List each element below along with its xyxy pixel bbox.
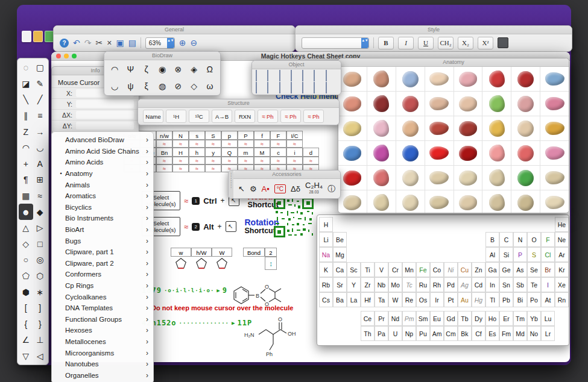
anatomy-item-torso-muscles[interactable]	[425, 116, 454, 140]
element-Am[interactable]: Am	[430, 326, 444, 341]
menu-item-functional-groups[interactable]: Functional Groups›	[52, 314, 153, 325]
clipart-tool[interactable]: ☻	[19, 204, 33, 220]
element-Mn[interactable]: Mn	[402, 262, 416, 277]
element-Gd[interactable]: Gd	[444, 311, 458, 326]
flip-horizontal-icon[interactable]	[314, 83, 325, 95]
anatomy-item-nose[interactable]	[454, 92, 482, 116]
select-stepper-icon[interactable]: ▴ ▾	[361, 38, 368, 48]
antibody-icon[interactable]: ζ	[139, 61, 154, 78]
element-Tl[interactable]: Tl	[485, 292, 499, 307]
templates-context-menu[interactable]: Advanced BioDraw›Amino Acid Side Chains›…	[51, 131, 154, 382]
element-Cu[interactable]: Cu	[458, 262, 472, 277]
circle-tool[interactable]: ○	[19, 252, 33, 268]
template-tool[interactable]: ▦	[19, 188, 33, 204]
menu-item-nanotubes[interactable]: Nanotubes›	[52, 359, 153, 370]
redo-icon[interactable]: ↷	[84, 39, 92, 47]
element-Se[interactable]: Se	[527, 262, 541, 277]
menu-item-metallocenes[interactable]: Metallocenes›	[52, 336, 153, 348]
anatomy-item-dna[interactable]	[511, 166, 540, 190]
element-La[interactable]: La	[347, 292, 361, 307]
anatomy-item-hand-bones[interactable]	[425, 166, 454, 190]
element-Ho[interactable]: Ho	[485, 311, 499, 326]
element-Cd[interactable]: Cd	[472, 277, 485, 292]
menu-item-amino-acids[interactable]: Amino Acids›	[52, 157, 153, 168]
stamp-tool[interactable]: ◆	[33, 204, 48, 220]
element-No[interactable]: No	[527, 326, 541, 341]
distribute-h-icon[interactable]	[326, 70, 337, 83]
element-Mo[interactable]: Mo	[388, 277, 402, 292]
biodraw-palette[interactable]: BioDraw ◠Ψζ◉⊗◈Ω◡ψξ◍⊘◇ω	[104, 51, 221, 96]
element-Hf[interactable]: Hf	[361, 292, 375, 307]
bold-button[interactable]: B	[378, 37, 394, 49]
menu-item-bicyclics[interactable]: Bicyclics›	[52, 202, 153, 213]
g-protein-icon[interactable]: ψ	[122, 78, 138, 95]
open-icon[interactable]	[33, 31, 43, 42]
element-Th[interactable]: Th	[361, 326, 375, 341]
micelle-icon[interactable]: ◉	[154, 61, 170, 78]
anatomy-item-arm-muscle[interactable]	[454, 116, 482, 140]
arc-tool[interactable]: ◠	[19, 140, 33, 156]
brace-left-tool[interactable]: {	[19, 316, 33, 333]
eraser-tool[interactable]: ◪	[19, 76, 33, 92]
anatomy-item-body-anterior[interactable]	[338, 67, 367, 91]
menu-item-bugs[interactable]: Bugs›	[52, 235, 153, 246]
rxn-button[interactable]: RXN	[235, 110, 255, 123]
select-tool-icon[interactable]: ↖	[238, 186, 245, 192]
hexagon-tool[interactable]: ⬡	[33, 268, 48, 284]
anatomy-item-neuron-yellow[interactable]	[482, 116, 511, 140]
menu-item-aromatics[interactable]: Aromatics›	[52, 190, 153, 202]
undo-icon[interactable]: ↶	[73, 39, 80, 47]
element-F[interactable]: F	[541, 232, 555, 247]
anatomy-item-blood-vessels[interactable]	[367, 166, 396, 190]
element-U[interactable]: U	[388, 326, 402, 341]
element-Pb[interactable]: Pb	[499, 292, 513, 307]
element-Si[interactable]: Si	[499, 247, 513, 262]
flip-vertical-icon[interactable]	[326, 83, 337, 95]
anatomy-item-chromosomes[interactable]	[338, 166, 367, 190]
element-In[interactable]: In	[485, 277, 499, 292]
copy-icon[interactable]: ▣	[116, 39, 124, 47]
menu-item-bio-instruments[interactable]: Bio Instruments›	[52, 213, 153, 224]
element-Cf[interactable]: Cf	[472, 326, 485, 341]
element-Al[interactable]: Al	[485, 247, 499, 262]
element-Ga[interactable]: Ga	[485, 262, 499, 277]
membrane-arc-icon[interactable]: ◡	[107, 78, 122, 95]
element-Ti[interactable]: Ti	[361, 262, 375, 277]
element-Ne[interactable]: Ne	[555, 232, 569, 247]
element-Y[interactable]: Y	[347, 277, 361, 292]
element-Xe[interactable]: Xe	[555, 277, 569, 292]
ribosome-icon[interactable]: ξ	[139, 78, 154, 95]
table-tool[interactable]: ⊞	[33, 172, 48, 188]
element-Be[interactable]: Be	[333, 232, 347, 247]
element-Tb[interactable]: Tb	[458, 311, 472, 326]
element-Te[interactable]: Te	[527, 277, 541, 292]
element-Rh[interactable]: Rh	[430, 277, 444, 292]
element-Ni[interactable]: Ni	[444, 262, 458, 277]
menu-item-amino-acid-side-chains[interactable]: Amino Acid Side Chains›	[52, 146, 153, 157]
anatomy-item-uterus[interactable]	[540, 92, 569, 116]
element-Cr[interactable]: Cr	[388, 262, 402, 277]
reaction-interpreter-button[interactable]: A→B	[212, 110, 232, 123]
plus-tool[interactable]: +	[19, 156, 33, 172]
atom-style-icon[interactable]: A▪	[262, 186, 270, 192]
element-P[interactable]: P	[513, 247, 527, 262]
anatomy-item-tissue-cells[interactable]	[540, 141, 569, 165]
anatomy-item-stomach-green[interactable]	[482, 92, 511, 116]
clear-icon[interactable]: ×	[107, 39, 112, 47]
triangle-tool[interactable]: △	[19, 220, 33, 236]
align-left-icon[interactable]	[256, 70, 267, 83]
anatomy-item-heart-anterior[interactable]	[511, 67, 540, 91]
anatomy-item-pelvis[interactable]	[367, 190, 396, 213]
element-H[interactable]: H	[319, 217, 333, 232]
italic-button[interactable]: I	[398, 37, 414, 49]
element-Au[interactable]: Au	[458, 292, 472, 307]
membrane-line-icon[interactable]: ◠	[107, 61, 122, 78]
anatomy-item-red-blood-cells[interactable]	[425, 141, 454, 165]
fragment-2-button[interactable]: ≈Ph	[280, 110, 301, 123]
arrow-tool[interactable]: →	[33, 124, 48, 140]
element-Bi[interactable]: Bi	[513, 292, 527, 307]
element-Rn[interactable]: Rn	[555, 292, 569, 307]
anatomy-item-foot-bones[interactable]	[396, 190, 425, 213]
element-B[interactable]: B	[485, 232, 499, 247]
ungroup-icon[interactable]	[279, 83, 291, 95]
